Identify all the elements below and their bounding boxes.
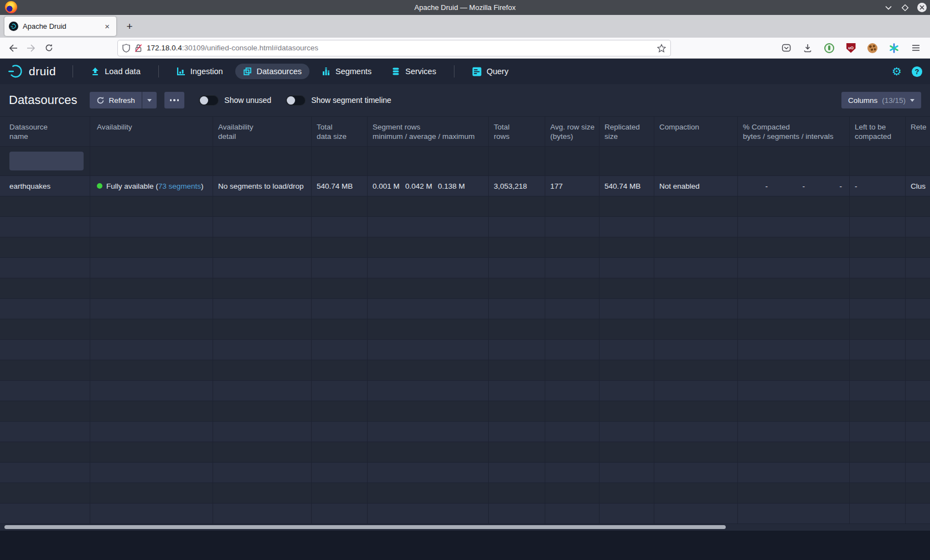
window-titlebar: Apache Druid — Mozilla Firefox [0, 0, 930, 15]
druid-logo[interactable]: druid [8, 63, 56, 80]
nav-separator [73, 65, 73, 77]
table-row-empty [0, 422, 930, 442]
column-header-total-data-size[interactable]: Totaldata size [312, 117, 368, 146]
refresh-label: Refresh [109, 96, 135, 105]
refresh-dropdown-button[interactable] [142, 92, 157, 108]
refresh-button[interactable]: Refresh [90, 92, 142, 108]
url-text[interactable]: 172.18.0.4:30109/unified-console.html#da… [147, 44, 653, 52]
nav-item-load-data[interactable]: Load data [83, 64, 148, 79]
column-header-compaction[interactable]: Compaction [654, 117, 738, 146]
table-header-row: Datasourcename Availability Availability… [0, 116, 930, 147]
table-row-empty [0, 401, 930, 422]
url-path: :30109/unified-console.html#datasources [182, 44, 318, 52]
ublock-origin-icon[interactable]: uO [842, 40, 860, 56]
refresh-icon [96, 96, 105, 105]
cell-replicated-size: 540.74 MB [600, 176, 654, 196]
show-unused-toggle-group: Show unused [199, 95, 271, 106]
column-header-segment-rows[interactable]: Segment rowsminimum / average / maximum [368, 117, 489, 146]
tracking-shield-icon[interactable] [122, 44, 130, 53]
tab-close-button[interactable]: × [102, 21, 112, 32]
column-header-availability-detail[interactable]: Availabilitydetail [213, 117, 312, 146]
column-header-pct-compacted[interactable]: % Compactedbytes / segments / intervals [738, 117, 850, 146]
column-header-datasource-name[interactable]: Datasourcename [0, 117, 90, 146]
cookie-extension-icon[interactable] [864, 40, 881, 56]
column-header-availability[interactable]: Availability [90, 117, 213, 146]
table-row-earthquakes[interactable]: earthquakes Fully available (73 segments… [0, 176, 930, 196]
nav-item-label: Ingestion [190, 67, 223, 76]
nav-item-ingestion[interactable]: Ingestion [169, 64, 231, 79]
segments-icon [322, 67, 330, 76]
table-row-empty [0, 278, 930, 299]
window-title: Apache Druid — Mozilla Firefox [415, 3, 516, 12]
column-header-replicated-size[interactable]: Replicatedsize [600, 117, 654, 146]
nav-item-services[interactable]: Services [384, 64, 444, 79]
cell-retention[interactable]: Clus [906, 176, 930, 196]
availability-status-dot [97, 183, 102, 189]
cell-compaction: Not enabled [654, 176, 738, 196]
table-row-empty [0, 463, 930, 483]
empty-rows [0, 196, 930, 524]
segments-count-link[interactable]: 73 segments [158, 182, 201, 190]
more-actions-button[interactable] [164, 92, 185, 108]
cell-availability-detail: No segments to load/drop [213, 176, 312, 196]
table-row-empty [0, 237, 930, 258]
help-icon[interactable]: ? [912, 66, 922, 77]
nav-item-label: Datasources [257, 67, 302, 76]
horizontal-scrollbar [0, 524, 930, 531]
table-row-empty [0, 217, 930, 237]
nav-item-query[interactable]: Query [464, 64, 516, 80]
table-row-empty [0, 381, 930, 401]
window-maximize-button[interactable] [900, 3, 910, 13]
ingestion-icon [177, 67, 185, 76]
columns-label: Columns [848, 96, 877, 105]
insecure-lock-icon[interactable] [135, 44, 142, 53]
window-close-button[interactable] [917, 3, 927, 13]
cell-segment-rows: 0.001 M0.042 M0.138 M [368, 176, 489, 196]
horizontal-scrollbar-thumb[interactable] [4, 525, 726, 529]
window-minimize-button[interactable] [884, 3, 893, 13]
back-button[interactable] [4, 40, 22, 56]
nav-item-segments[interactable]: Segments [314, 64, 379, 79]
settings-gear-icon[interactable]: ⚙ [892, 66, 902, 77]
url-host: 172.18.0.4 [147, 44, 182, 52]
nav-item-label: Query [487, 67, 509, 76]
show-unused-toggle[interactable] [199, 95, 219, 106]
column-header-left-to-be-compacted[interactable]: Left to becompacted [850, 117, 906, 146]
table-row-empty [0, 258, 930, 278]
services-icon [391, 67, 400, 76]
forward-button[interactable] [22, 40, 40, 56]
table-row-empty [0, 319, 930, 340]
url-bar[interactable]: 172.18.0.4:30109/unified-console.html#da… [117, 40, 671, 56]
downloads-icon[interactable] [799, 40, 817, 56]
column-header-avg-row-size[interactable]: Avg. row size(bytes) [545, 117, 600, 146]
show-segment-timeline-toggle-group: Show segment timeline [286, 95, 391, 106]
cell-avg-row-size: 177 [545, 176, 600, 196]
cell-pct-compacted: --- [738, 176, 850, 196]
show-segment-timeline-label: Show segment timeline [311, 96, 391, 105]
datasources-page-header: Datasources Refresh Show unused Show seg… [0, 84, 930, 116]
cell-availability: Fully available (73 segments) [90, 176, 213, 196]
show-segment-timeline-toggle[interactable] [286, 95, 306, 106]
cell-total-rows: 3,053,218 [489, 176, 545, 196]
extension-icon-asterisk[interactable] [885, 40, 903, 56]
pocket-icon[interactable] [777, 40, 795, 56]
extension-icon-green[interactable] [820, 40, 838, 56]
firefox-logo-icon [5, 1, 17, 13]
columns-count: (13/15) [882, 96, 906, 105]
druid-nav-bar: druid Load data Ingestion Datasources Se… [0, 59, 930, 84]
datasource-name-filter-input[interactable] [9, 152, 84, 170]
browser-tab[interactable]: Apache Druid × [4, 17, 116, 36]
table-row-empty [0, 504, 930, 524]
table-row-empty [0, 360, 930, 381]
nav-item-label: Load data [105, 67, 141, 76]
reload-button[interactable] [40, 40, 58, 56]
new-tab-button[interactable]: + [121, 18, 138, 35]
bookmark-star-icon[interactable] [657, 44, 666, 53]
nav-item-datasources[interactable]: Datasources [235, 64, 309, 79]
columns-button[interactable]: Columns (13/15) [841, 92, 921, 108]
cell-datasource-name[interactable]: earthquakes [0, 176, 90, 196]
column-header-total-rows[interactable]: Totalrows [489, 117, 545, 146]
column-header-retention[interactable]: Rete [906, 117, 930, 146]
browser-tab-bar: Apache Druid × + [0, 15, 930, 38]
menu-hamburger-icon[interactable] [907, 40, 924, 56]
